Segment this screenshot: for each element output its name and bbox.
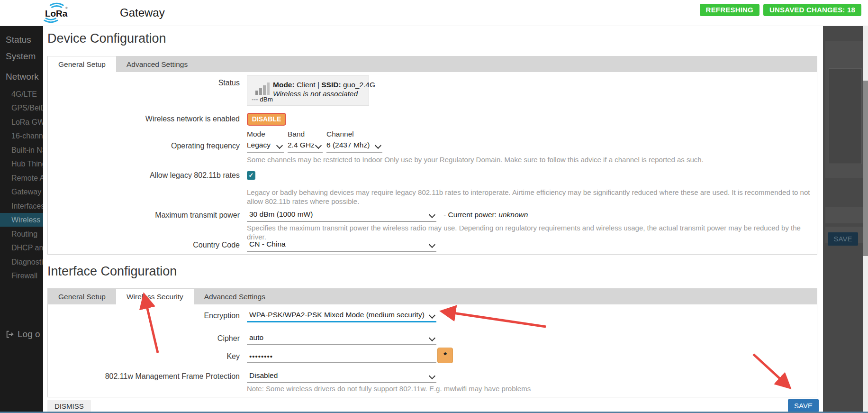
vertical-scrollbar[interactable] bbox=[863, 26, 868, 413]
sidebar-item-4g-lte[interactable]: 4G/LTE bbox=[0, 87, 43, 101]
sidebar-item-lora-gw[interactable]: LoRa GW bbox=[0, 115, 43, 129]
tab-iface-general-setup[interactable]: General Setup bbox=[48, 289, 116, 304]
sidebar-item-dhcp-dns[interactable]: DHCP and bbox=[0, 241, 43, 255]
interface-tabbar: General Setup Wireless Security Advanced… bbox=[48, 289, 817, 304]
logout-label: Log o bbox=[18, 327, 40, 341]
lora-logo: LoRa ® bbox=[40, 2, 69, 25]
max-transmit-power-select[interactable]: 30 dBm (1000 mW) bbox=[247, 209, 436, 222]
dimmed-field bbox=[825, 207, 867, 223]
country-code-select[interactable]: CN - China bbox=[247, 239, 436, 252]
wireless-modal: Device Configuration General Setup Advan… bbox=[43, 26, 823, 413]
wireless-status-box: --- dBm Mode: Client | SSID: guo_2.4G Wi… bbox=[247, 75, 369, 106]
legacy-rates-label: Allow legacy 802.11b rates bbox=[48, 171, 240, 180]
device-tabbar: General Setup Advanced Settings bbox=[48, 56, 817, 72]
sidebar-item-built-in-ns[interactable]: Built-in NS bbox=[0, 143, 43, 157]
key-input[interactable] bbox=[247, 350, 436, 363]
sidebar-item-gps-beidou[interactable]: GPS/BeiDo bbox=[0, 101, 43, 115]
sidebar-item-routing[interactable]: Routing bbox=[0, 227, 43, 241]
freq-channel-select[interactable]: 6 (2437 Mhz) bbox=[326, 140, 382, 153]
top-header: LoRa ® Gateway REFRESHING UNSAVED CHANGE… bbox=[0, 0, 868, 26]
tab-advanced-settings[interactable]: Advanced Settings bbox=[116, 56, 198, 72]
page-title: Gateway bbox=[120, 6, 165, 19]
interface-configuration-title: Interface Configuration bbox=[47, 264, 177, 279]
freq-band-header: Band bbox=[288, 130, 305, 138]
scrollbar-thumb[interactable] bbox=[863, 81, 868, 256]
signal-dbm: --- dBm bbox=[252, 96, 273, 103]
dismiss-button[interactable]: DISMISS bbox=[47, 400, 91, 413]
freq-band-select[interactable]: 2.4 GHz bbox=[288, 140, 323, 153]
operating-frequency-label: Operating frequency bbox=[48, 142, 240, 150]
sidebar-item-network[interactable]: Network bbox=[0, 69, 43, 84]
key-label: Key bbox=[48, 352, 240, 361]
cipher-label: Cipher bbox=[48, 334, 240, 343]
sidebar-item-interfaces[interactable]: Interfaces bbox=[0, 199, 43, 213]
sidebar-item-firewall[interactable]: Firewall bbox=[0, 269, 43, 283]
sidebar-item-logout[interactable]: Log o bbox=[0, 327, 43, 341]
sidebar-item-diagnostics[interactable]: Diagnostic bbox=[0, 255, 43, 269]
refreshing-badge[interactable]: REFRESHING bbox=[700, 4, 760, 16]
sidebar-item-wireless[interactable]: Wireless bbox=[0, 213, 43, 227]
tab-iface-advanced-settings[interactable]: Advanced Settings bbox=[194, 289, 276, 304]
mfp-label: 802.11w Management Frame Protection bbox=[48, 372, 240, 381]
max-transmit-power-label: Maximum transmit power bbox=[48, 211, 240, 220]
disable-button[interactable]: DISABLE bbox=[247, 113, 286, 126]
freq-mode-select[interactable]: Legacy bbox=[247, 140, 284, 153]
app-root: LoRa ® Gateway REFRESHING UNSAVED CHANGE… bbox=[0, 0, 868, 413]
sidebar-item-remote-api[interactable]: Remote A bbox=[0, 171, 43, 185]
freq-channel-header: Channel bbox=[326, 130, 354, 138]
sidebar-nav: Status System Network 4G/LTE GPS/BeiDo L… bbox=[0, 26, 43, 413]
dimmed-save-button: SAVE bbox=[828, 232, 858, 246]
dimmed-background: SAVE bbox=[823, 26, 868, 413]
encryption-label: Encryption bbox=[48, 312, 240, 320]
sidebar-item-gateway[interactable]: Gateway o bbox=[0, 185, 43, 199]
sidebar-item-16-channel[interactable]: 16-channe bbox=[0, 129, 43, 143]
device-configuration-title: Device Configuration bbox=[47, 31, 166, 46]
sidebar-item-status[interactable]: Status bbox=[0, 32, 43, 47]
current-power-text: - Current power: unknown bbox=[443, 211, 528, 219]
interface-configuration-card: General Setup Wireless Security Advanced… bbox=[47, 288, 817, 397]
cipher-select[interactable]: auto bbox=[247, 332, 436, 345]
encryption-select[interactable]: WPA-PSK/WPA2-PSK Mixed Mode (medium secu… bbox=[247, 310, 436, 322]
reveal-password-button[interactable]: * bbox=[437, 348, 453, 363]
save-button[interactable]: SAVE bbox=[788, 399, 819, 412]
signal-strength-icon bbox=[252, 81, 273, 95]
country-code-label: Country Code bbox=[48, 241, 240, 249]
legacy-rates-checkbox[interactable]: ✓ bbox=[247, 171, 255, 180]
sidebar-item-system[interactable]: System bbox=[0, 49, 43, 64]
tab-general-setup[interactable]: General Setup bbox=[48, 56, 116, 72]
legacy-rates-help-text: Legacy or badly behaving devices may req… bbox=[247, 188, 811, 206]
association-status: Wireless is not associated bbox=[273, 89, 375, 98]
unsaved-changes-badge[interactable]: UNSAVED CHANGES: 18 bbox=[763, 4, 861, 16]
mfp-select[interactable]: Disabled bbox=[247, 370, 436, 383]
dimmed-panel bbox=[829, 68, 862, 164]
mfp-note-text: Note: Some wireless drivers do not fully… bbox=[247, 384, 820, 393]
svg-text:LoRa: LoRa bbox=[45, 9, 68, 18]
tab-wireless-security[interactable]: Wireless Security bbox=[116, 289, 194, 304]
status-label: Status bbox=[48, 79, 240, 87]
device-configuration-card: General Setup Advanced Settings Status -… bbox=[47, 56, 817, 255]
sidebar-item-hub-things[interactable]: Hub Thing bbox=[0, 157, 43, 171]
status-text: Mode: Client | SSID: guo_2.4G Wireless i… bbox=[273, 79, 375, 105]
svg-text:®: ® bbox=[65, 6, 68, 9]
wireless-enabled-label: Wireless network is enabled bbox=[48, 115, 240, 123]
freq-help-text: Some channels may be restricted to Indoo… bbox=[247, 155, 820, 164]
logout-icon bbox=[6, 330, 14, 339]
freq-mode-header: Mode bbox=[247, 130, 265, 138]
